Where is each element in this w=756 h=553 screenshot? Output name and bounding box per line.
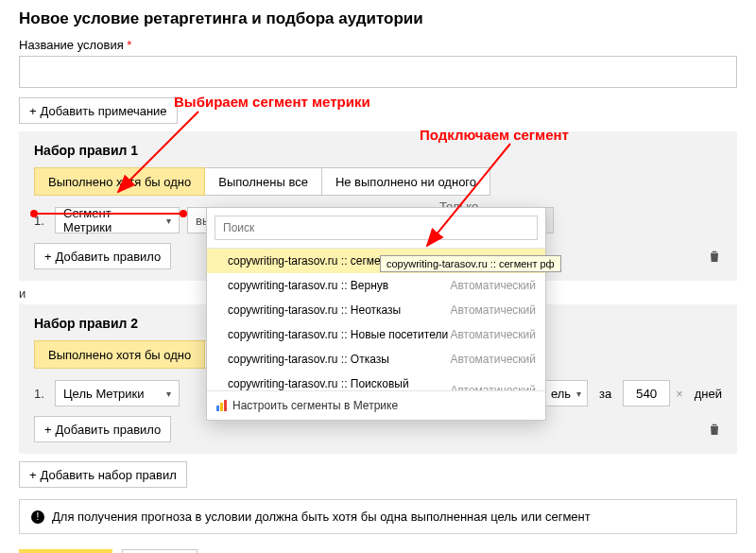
segment-search-input[interactable] [215,216,538,240]
clear-days-icon[interactable]: × [676,387,683,401]
cancel-button[interactable]: Отмена [122,549,198,553]
segment-dropdown-panel: copywriting-tarasov.ru :: сегмент рфcopy… [206,207,546,421]
add-rule-button-2[interactable]: + Добавить правило [34,416,171,442]
chevron-down-icon: ▾ [576,389,581,399]
forecast-alert: ! Для получения прогноза в условии должн… [19,499,737,534]
plus-icon: + [44,250,52,264]
tab-any-2[interactable]: Выполнено хотя бы одно [34,340,205,369]
rule-type-select-2[interactable]: Цель Метрики ▾ [55,380,180,406]
configure-segments-link[interactable]: Настроить сегменты в Метрике [207,390,545,420]
add-note-button[interactable]: + Добавить примечание [19,97,178,124]
days-label: дней [695,387,722,401]
segment-option[interactable]: copywriting-tarasov.ru :: Поисковый траф… [207,372,545,390]
metrika-icon [216,400,227,411]
days-input[interactable] [623,380,670,406]
delete-ruleset-2-icon[interactable] [707,422,722,437]
plus-icon: + [29,468,37,482]
add-rule-button[interactable]: + Добавить правило [34,243,171,269]
rule-type-select[interactable]: Сегмент Метрики ▾ [55,207,180,233]
segment-tooltip: copywriting-tarasov.ru :: сегмент рф [380,255,561,272]
info-icon: ! [31,510,44,524]
chevron-down-icon: ▾ [166,389,171,399]
highlight-dot-left [30,210,38,217]
segment-option[interactable]: copywriting-tarasov.ru :: ОтказыАвтомати… [207,347,545,372]
tab-any[interactable]: Выполнено хотя бы одно [34,167,205,196]
chevron-down-icon: ▾ [166,216,171,226]
plus-icon: + [29,104,37,118]
name-label: Название условия * [19,38,737,52]
condition-name-input[interactable] [19,56,737,88]
segment-option[interactable]: copywriting-tarasov.ru :: Новые посетите… [207,322,545,347]
page-title: Новое условие ретаргетинга и подбора ауд… [19,9,737,28]
plus-icon: + [44,423,52,437]
segment-option[interactable]: copywriting-tarasov.ru :: ВернувАвтомати… [207,273,545,298]
segment-option[interactable]: copywriting-tarasov.ru :: НеотказыАвтома… [207,298,545,322]
save-button[interactable]: Сохранить [19,549,112,553]
highlight-underline [34,213,181,215]
scope-select-2[interactable]: ель ▾ [542,380,588,406]
za-label: за [599,387,611,401]
tab-none[interactable]: Не выполнено ни одного [321,167,490,196]
tab-all[interactable]: Выполнены все [204,167,322,196]
add-ruleset-button[interactable]: + Добавить набор правил [19,461,187,488]
rule-number: 1. [34,387,47,401]
delete-ruleset-icon[interactable] [707,249,722,264]
ruleset-1-title: Набор правил 1 [34,143,722,158]
ruleset-1-tabs: Выполнено хотя бы одно Выполнены все Не … [34,167,722,196]
highlight-dot-right [180,210,187,217]
